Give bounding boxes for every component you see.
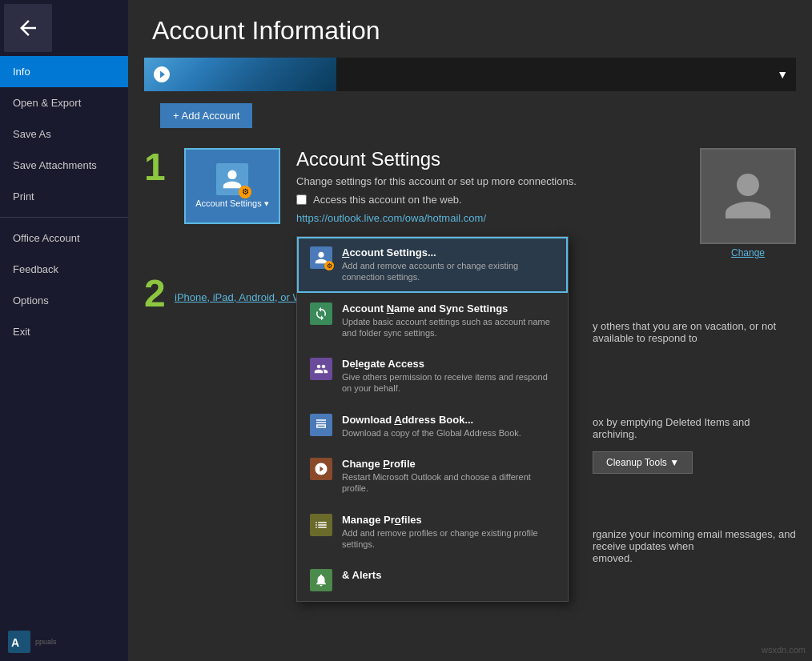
page-title: Account Information xyxy=(152,16,788,46)
account-settings-btn-label: Account Settings ▾ xyxy=(195,198,269,209)
sidebar-item-office-account[interactable]: Office Account xyxy=(0,222,128,254)
account-selector[interactable]: ▼ xyxy=(144,58,796,91)
main-header: Account Information xyxy=(128,0,812,58)
address-book-icon xyxy=(314,418,328,432)
svg-text:A: A xyxy=(11,636,19,649)
sidebar-item-exit[interactable]: Exit xyxy=(0,316,128,347)
add-account-button[interactable]: + Add Account xyxy=(160,103,252,128)
dropdown-text-name-sync: Account Name and Sync Settings Update ba… xyxy=(342,302,555,339)
sidebar-item-save-as[interactable]: Save As xyxy=(0,118,128,150)
cleanup-button[interactable]: Cleanup Tools ▼ xyxy=(593,451,693,474)
dropdown-text-delegate: Delegate Access Give others permission t… xyxy=(342,358,555,395)
step2-number: 2 xyxy=(144,274,168,313)
alerts-icon xyxy=(314,573,328,587)
dropdown-arrow-icon: ▼ xyxy=(769,68,796,81)
delegate-icon xyxy=(314,362,328,376)
change-profile-icon xyxy=(314,462,328,476)
dropdown-item-delegate[interactable]: Delegate Access Give others permission t… xyxy=(297,348,568,404)
web-access-checkbox[interactable] xyxy=(296,194,307,205)
account-settings-desc: Change settings for this account or set … xyxy=(296,175,684,187)
web-access-row: Access this account on the web. xyxy=(296,194,684,206)
account-settings-title: Account Settings xyxy=(296,148,684,170)
dropdown-icon-delegate xyxy=(310,358,332,380)
dropdown-icon-name-sync xyxy=(310,302,332,325)
dropdown-text-change-profile: Change Profile Restart Microsoft Outlook… xyxy=(342,458,555,495)
sidebar-item-open-export[interactable]: Open & Export xyxy=(0,87,128,118)
sync-icon xyxy=(314,306,328,321)
dropdown-icon-account-settings: ⚙ xyxy=(310,246,332,269)
vacation-text: y others that you are on vacation, or no… xyxy=(593,320,796,344)
dropdown-item-address-book[interactable]: Download Address Book... Download a copy… xyxy=(297,404,568,448)
account-icon xyxy=(152,65,171,84)
change-photo-link[interactable]: Change xyxy=(731,247,765,258)
account-icon-bar xyxy=(144,58,336,91)
sidebar-item-feedback[interactable]: Feedback xyxy=(0,254,128,285)
account-settings-icon: ⚙ xyxy=(216,163,248,195)
dropdown-item-account-settings[interactable]: ⚙ Account Settings... Add and remove acc… xyxy=(297,237,568,293)
account-settings-button[interactable]: ⚙ Account Settings ▾ xyxy=(184,148,280,224)
dropdown-icon-manage-profiles xyxy=(310,514,332,536)
web-access-label: Access this account on the web. xyxy=(313,194,462,206)
sidebar-item-print[interactable]: Print xyxy=(0,181,128,212)
dropdown-text-address-book: Download Address Book... Download a copy… xyxy=(342,414,521,439)
back-icon xyxy=(16,16,40,40)
step1-number: 1 xyxy=(144,148,168,186)
profile-photo xyxy=(700,148,796,244)
dropdown-icon-alerts xyxy=(310,569,332,591)
cleanup-text-area: ox by emptying Deleted Items and archivi… xyxy=(593,416,796,474)
rules-text-area: rganize your incoming email messages, an… xyxy=(593,528,796,564)
sidebar: Info Open & Export Save As Save Attachme… xyxy=(0,0,128,661)
dropdown-text-alerts: & Alerts xyxy=(342,569,381,583)
sidebar-logo: A ppuals xyxy=(0,623,128,661)
dropdown-text-manage-profiles: Manage Profiles Add and remove profiles … xyxy=(342,514,555,551)
dropdown-item-name-sync[interactable]: Account Name and Sync Settings Update ba… xyxy=(297,293,568,349)
profile-section: Change xyxy=(700,148,796,258)
account-settings-dropdown: ⚙ Account Settings... Add and remove acc… xyxy=(296,236,569,602)
manage-profiles-icon xyxy=(314,518,328,532)
main-content: Account Information ▼ + Add Account 1 xyxy=(128,0,812,661)
sidebar-item-options[interactable]: Options xyxy=(0,285,128,316)
dropdown-item-change-profile[interactable]: Change Profile Restart Microsoft Outlook… xyxy=(297,448,568,504)
sidebar-item-info[interactable]: Info xyxy=(0,56,128,87)
account-settings-info: Account Settings Change settings for thi… xyxy=(296,148,684,225)
dropdown-item-manage-profiles[interactable]: Manage Profiles Add and remove profiles … xyxy=(297,504,568,560)
dropdown-text-account-settings: Account Settings... Add and remove accou… xyxy=(342,246,555,283)
gear-badge-icon: ⚙ xyxy=(239,186,251,198)
dropdown-icon-address-book xyxy=(310,414,332,436)
dropdown-item-alerts[interactable]: & Alerts xyxy=(297,559,568,601)
sidebar-item-save-attachments[interactable]: Save Attachments xyxy=(0,150,128,181)
watermark: wsxdn.com xyxy=(762,645,806,655)
content-area: 1 ⚙ Account Settings ▾ Account Settings … xyxy=(128,140,812,325)
gear-sm-icon: ⚙ xyxy=(324,261,334,270)
app-logo-icon: A xyxy=(8,631,30,653)
sidebar-divider xyxy=(0,217,128,218)
profile-avatar-icon xyxy=(720,168,776,224)
dropdown-icon-change-profile xyxy=(310,458,332,480)
back-button[interactable] xyxy=(4,4,52,52)
account-url-link[interactable]: https://outlook.live.com/owa/hotmail.com… xyxy=(296,212,486,224)
